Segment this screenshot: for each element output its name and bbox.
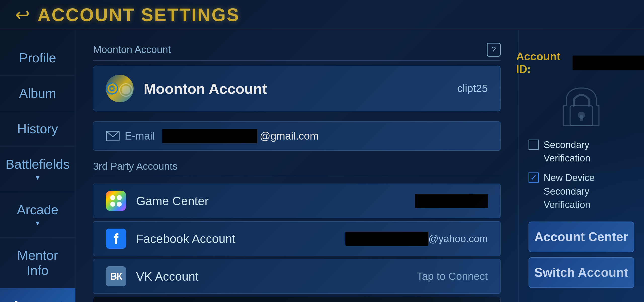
- email-domain: @gmail.com: [260, 130, 319, 142]
- sidebar-item-history[interactable]: History: [0, 111, 75, 147]
- lock-svg-icon: [554, 85, 609, 131]
- moonton-account-name: Moonton Account: [144, 80, 457, 97]
- game-center-icon: [106, 191, 126, 211]
- vk-row[interactable]: ВК VK Account Tap to Connect: [93, 259, 501, 294]
- sidebar-item-battlefields[interactable]: Battlefields ▾: [0, 147, 75, 192]
- svg-rect-7: [580, 115, 583, 121]
- sidebar-item-profile[interactable]: Profile: [0, 40, 75, 76]
- new-device-verification-label: New Device Secondary Verification: [544, 171, 634, 211]
- new-device-verification-item: ✓ New Device Secondary Verification: [529, 171, 634, 211]
- battlefields-dropdown-icon: ▾: [36, 173, 39, 182]
- arcade-dropdown-icon: ▾: [36, 219, 39, 227]
- switch-account-button[interactable]: Switch Account: [529, 257, 634, 288]
- secondary-verification-checkbox[interactable]: [529, 140, 539, 150]
- moonton-spiral-svg: [106, 77, 118, 100]
- facebook-icon: f: [106, 229, 126, 249]
- secondary-verification-label: Secondary Verification: [544, 138, 634, 165]
- secondary-verification-item: Secondary Verification: [529, 138, 634, 165]
- right-panel: Account ID: ██████ Secondary Verificat: [518, 30, 644, 302]
- checkmark-icon: ✓: [530, 174, 537, 182]
- facebook-value: ██████@yahoo.com: [345, 233, 488, 244]
- sidebar: Profile Album History Battlefields ▾ Arc…: [0, 30, 75, 302]
- game-center-label: Game Center: [136, 194, 415, 208]
- account-id-value: ██████: [573, 56, 644, 70]
- main-layout: Profile Album History Battlefields ▾ Arc…: [0, 30, 644, 302]
- facebook-label: Facebook Account: [136, 232, 345, 246]
- game-center-value: ██████: [415, 194, 488, 208]
- moonton-section-header: Moonton Account ?: [93, 43, 501, 61]
- sidebar-item-album[interactable]: Album: [0, 76, 75, 111]
- page-title: ACCOUNT SETTINGS: [37, 5, 240, 25]
- header: ↩ ACCOUNT SETTINGS: [0, 0, 644, 30]
- vk-icon: ВК: [106, 266, 126, 286]
- game-center-row[interactable]: Game Center ██████: [93, 184, 501, 218]
- sidebar-item-arcade[interactable]: Arcade ▾: [0, 192, 75, 238]
- email-row: E-mail ██████████ @gmail.com: [93, 121, 501, 151]
- account-center-button[interactable]: Account Center: [529, 222, 634, 252]
- vk-tap-connect: Tap to Connect: [417, 270, 488, 282]
- help-icon[interactable]: ?: [487, 43, 501, 57]
- sidebar-item-mentor-info[interactable]: Mentor Info: [0, 238, 75, 288]
- svg-point-3: [111, 88, 113, 90]
- moonton-username: clipt25: [457, 82, 488, 95]
- email-value: ██████████: [162, 129, 257, 143]
- moonton-section-label: Moonton Account: [93, 44, 171, 55]
- facebook-row[interactable]: f Facebook Account ██████@yahoo.com: [93, 221, 501, 256]
- moonton-logo: [106, 75, 134, 102]
- back-button[interactable]: ↩: [15, 6, 30, 24]
- content-area: Moonton Account ? Moonton Account clipt2…: [75, 30, 518, 302]
- sidebar-item-account[interactable]: Account: [0, 288, 75, 302]
- lock-icon-area: [554, 85, 609, 131]
- apple-id-row[interactable]: 🍎 Apple ID Tap to Connect: [93, 297, 501, 302]
- email-icon: [106, 131, 120, 141]
- email-label: E-mail: [125, 130, 155, 142]
- new-device-verification-checkbox[interactable]: ✓: [529, 172, 539, 183]
- vk-label: VK Account: [136, 270, 417, 283]
- moonton-account-card: Moonton Account clipt25: [93, 66, 501, 111]
- account-id-row: Account ID: ██████: [516, 50, 644, 75]
- account-id-label: Account ID:: [516, 50, 568, 75]
- third-party-label: 3rd Party Accounts: [93, 161, 501, 176]
- back-arrow-icon: ↩: [15, 5, 30, 25]
